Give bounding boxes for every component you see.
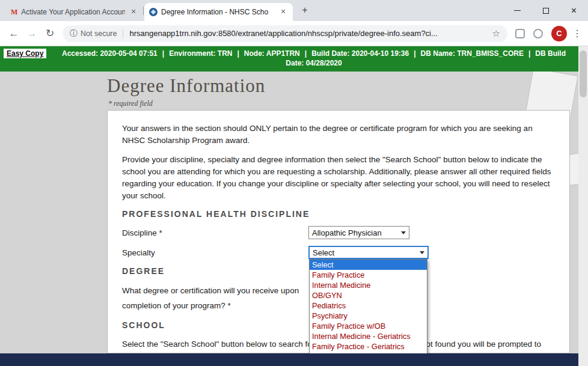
specialty-selected-value: Select [313,248,334,257]
intro-paragraph-2: Provide your discipline, specialty and d… [122,154,555,202]
specialty-option[interactable]: Internal Medicine - Geriatrics [310,331,427,341]
tab-close-icon[interactable]: × [129,7,138,17]
omnibox-divider [123,29,123,38]
specialty-dropdown-list: Select Family Practice Internal Medicine… [309,259,427,353]
close-button[interactable]: × [560,0,588,21]
gmail-icon: M [11,8,17,17]
tab-strip: M Activate Your Application Accoun × Deg… [0,0,588,21]
window-controls: × [503,0,588,21]
browser-menu-icon[interactable]: ⋮ [571,28,583,39]
intro-paragraph-1: Your answers in the section should ONLY … [122,123,555,147]
close-icon: × [571,5,577,16]
profile-avatar[interactable]: C [551,26,567,41]
extension-icon-1[interactable] [515,29,525,38]
discipline-label: Discipline * [122,228,308,237]
banner-separator: | [528,49,530,58]
chevron-down-icon [401,231,406,234]
specialty-select[interactable]: Select [308,246,429,259]
specialty-option[interactable]: OB/GYN [310,290,427,300]
banner-item-db-name: DB Name: TRN_BMISS_CORE [421,49,524,58]
forward-button[interactable]: → [23,28,41,40]
browser-toolbar: ← → ↻ ⓘ Not secure hrsangenapp1trn.nih.g… [0,21,588,46]
discipline-select[interactable]: Allopathic Physician [308,226,409,239]
required-field-note: * required field [108,99,153,108]
banner-item-accessed: Accessed: 2020-05-04 07:51 [62,49,158,58]
environment-banner: Easy Copy Accessed: 2020-05-04 07:51|Env… [0,46,578,72]
specialty-option[interactable]: Psychiatry [310,311,427,321]
banner-separator: | [237,49,239,58]
tab-activate-account[interactable]: M Activate Your Application Accoun × [6,3,143,21]
url-text: hrsangenapp1trn.nih.gov:8580/extranet/ap… [129,29,487,38]
info-icon: ⓘ [70,28,78,39]
degree-question: What degree or certification will you re… [122,283,323,313]
tab-close-icon[interactable]: × [278,7,288,17]
page-footer-bar [0,353,578,366]
banner-separator: | [414,49,415,58]
specialty-option[interactable]: Family Practice [310,270,427,280]
banner-separator: | [305,49,307,58]
chevron-down-icon [420,251,424,254]
form-panel: Your answers in the section should ONLY … [107,110,570,353]
discipline-selected-value: Allopathic Physician [312,228,382,237]
specialty-row: Specialty Select Select Family Practice … [122,246,555,259]
page-title: Degree Information [107,75,265,97]
address-bar[interactable]: ⓘ Not secure hrsangenapp1trn.nih.gov:858… [63,25,507,42]
back-button[interactable]: ← [5,28,23,40]
security-label: Not secure [81,29,117,38]
reload-button[interactable]: ↻ [41,27,59,40]
site-security-chip[interactable]: ⓘ Not secure [70,28,117,39]
minimize-button[interactable] [503,0,531,21]
section-heading-discipline: PROFESSIONAL HEALTH DISCIPLINE [122,209,555,219]
specialty-option[interactable]: Family Practice w/OB [310,321,427,331]
specialty-option[interactable]: Family Practice - Geriatrics [310,341,427,352]
banner-item-environment: Environment: TRN [169,49,232,58]
extension-icon-2[interactable] [533,29,543,38]
banner-separator: | [162,49,164,58]
specialty-label: Specialty [122,248,308,257]
tab-title: Activate Your Application Accoun [21,8,125,16]
page-content: Degree Information * required field Your… [0,72,578,353]
maximize-button[interactable] [531,0,560,21]
maximize-icon [543,8,549,14]
environment-info: Accessed: 2020-05-04 07:51|Environment: … [0,46,578,68]
tab-degree-information[interactable]: Degree Information - NHSC Scho × [144,3,293,21]
specialty-option[interactable]: Internal Medicine [310,280,427,290]
scrollbar-thumb[interactable] [580,50,587,97]
tab-title: Degree Information - NHSC Scho [161,8,275,16]
banner-item-build-date: Build Date: 2020-04-10 19:36 [311,49,409,58]
discipline-row: Discipline * Allopathic Physician [122,226,555,239]
minimize-icon [514,10,521,11]
vertical-scrollbar[interactable] [578,46,588,366]
specialty-option[interactable]: Select [310,260,427,270]
specialty-option[interactable]: Pediatrics [310,300,427,311]
banner-item-node: Node: APP1TRN [244,49,300,58]
specialty-option[interactable]: Psychiatry - Geriatrics [310,352,427,353]
easy-copy-link[interactable]: Easy Copy [4,49,46,58]
new-tab-button[interactable]: + [298,4,311,17]
tab-divider [143,7,144,15]
bookmark-star-icon[interactable]: ☆ [492,28,500,39]
nhsc-favicon-icon [149,8,158,16]
browser-window: M Activate Your Application Accoun × Deg… [0,0,588,366]
